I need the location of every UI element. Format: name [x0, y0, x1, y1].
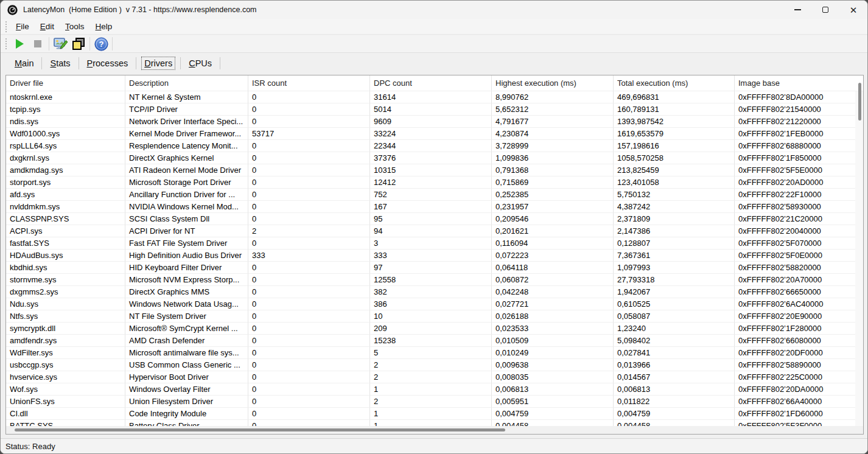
menu-edit[interactable]: Edit [35, 22, 60, 31]
vertical-scrollbar-track[interactable] [855, 91, 863, 426]
cell-isr-count: 0 [248, 408, 370, 420]
table-row[interactable]: WdFilter.sys Microsoft antimalware file … [6, 347, 863, 359]
table-row[interactable]: ACPI.sys ACPI Driver for NT 2 94 0,20162… [6, 225, 863, 237]
column-header-driver-file[interactable]: Driver file [6, 75, 125, 91]
table-row[interactable]: rspLLL64.sys Resplendence Latency Monit.… [6, 140, 863, 152]
cell-isr-count: 0 [248, 286, 370, 298]
cell-driver-file: amdfendr.sys [6, 335, 125, 347]
cell-isr-count: 0 [248, 323, 370, 335]
play-icon [16, 39, 24, 49]
table-row[interactable]: CLASSPNP.SYS SCSI Class System Dll 0 95 … [6, 213, 863, 225]
cell-dpc-count: 333 [370, 250, 492, 262]
cell-isr-count: 0 [248, 262, 370, 274]
cell-description: Union Filesystem Driver [125, 396, 248, 408]
tab-processes[interactable]: Processes [85, 57, 131, 69]
table-row[interactable]: Wof.sys Windows Overlay Filter 0 1 0,006… [6, 383, 863, 396]
cell-description: Microsoft® SymCrypt Kernel ... [125, 323, 248, 335]
tab-main[interactable]: Main [12, 57, 36, 69]
cell-highest-execution: 0,009638 [492, 359, 614, 371]
cell-dpc-count: 5014 [370, 103, 492, 116]
cell-highest-execution: 0,008035 [492, 371, 614, 383]
table-row[interactable]: fastfat.SYS Fast FAT File System Driver … [6, 237, 863, 250]
vertical-scrollbar-thumb[interactable] [858, 83, 861, 120]
cell-driver-file: dxgkrnl.sys [6, 152, 125, 164]
cell-dpc-count: 9609 [370, 116, 492, 128]
cell-driver-file: Ndu.sys [6, 298, 125, 310]
menu-file[interactable]: File [10, 22, 35, 31]
cell-driver-file: storport.sys [6, 176, 125, 189]
start-monitor-button[interactable] [10, 36, 29, 52]
table-row[interactable]: amdkmdag.sys ATI Radeon Kernel Mode Driv… [6, 164, 863, 176]
table-row[interactable]: dxgmms2.sys DirectX Graphics MMS 0 382 0… [6, 286, 863, 298]
column-header-image-base[interactable]: Image base [735, 75, 863, 91]
table-row[interactable]: Ntfs.sys NT File System Driver 0 10 0,02… [6, 310, 863, 323]
window-title: LatencyMon (Home Edition ) v 7.31 - http… [23, 5, 257, 14]
table-row[interactable]: usbccgp.sys USB Common Class Generic ...… [6, 359, 863, 371]
table-row[interactable]: storport.sys Microsoft Storage Port Driv… [6, 176, 863, 189]
cell-image-base: 0xFFFFF802’21C20000 [735, 213, 863, 225]
cell-image-base: 0xFFFFF802’8DA00000 [735, 91, 863, 103]
cell-driver-file: hvservice.sys [6, 371, 125, 383]
column-header-dpc-count[interactable]: DPC count [370, 75, 492, 91]
cell-total-execution: 123,401058 [614, 176, 735, 189]
cell-image-base: 0xFFFFF802’66A40000 [735, 396, 863, 408]
table-row[interactable]: stornvme.sys Microsoft NVM Express Storp… [6, 274, 863, 286]
table-row[interactable]: hvservice.sys Hypervisor Boot Driver 0 2… [6, 371, 863, 383]
cell-driver-file: Wdf01000.sys [6, 128, 125, 140]
toolbar-grip-handle[interactable] [5, 38, 7, 49]
report-button[interactable] [51, 36, 69, 52]
table-row[interactable]: afd.sys Ancillary Function Driver for ..… [6, 189, 863, 201]
close-button[interactable]: ✕ [839, 1, 867, 19]
cell-total-execution: 0,027841 [614, 347, 735, 359]
cell-highest-execution: 0,791368 [492, 164, 614, 176]
tab-drivers[interactable]: Drivers [142, 57, 175, 69]
minimize-button[interactable] [783, 1, 811, 19]
column-header-total-execution[interactable]: Total execution (ms) [614, 75, 735, 91]
table-row[interactable]: ntoskrnl.exe NT Kernel & System 0 31614 … [6, 91, 863, 103]
cell-description: Network Driver Interface Speci... [125, 116, 248, 128]
menubar-grip-handle[interactable] [5, 21, 7, 32]
stop-icon [34, 40, 41, 47]
table-row[interactable]: nvlddmkm.sys NVIDIA Windows Kernel Mod..… [6, 201, 863, 213]
table-row[interactable]: dxgkrnl.sys DirectX Graphics Kernel 0 37… [6, 152, 863, 164]
column-header-description[interactable]: Description [125, 75, 248, 91]
cell-driver-file: dxgmms2.sys [6, 286, 125, 298]
column-header-highest-execution[interactable]: Highest execution (ms) [492, 75, 614, 91]
menu-help[interactable]: Help [90, 22, 118, 31]
table-row[interactable]: UnionFS.sys Union Filesystem Driver 0 2 … [6, 396, 863, 408]
cell-description: Hypervisor Boot Driver [125, 371, 248, 383]
menu-tools[interactable]: Tools [60, 22, 90, 31]
cell-description: Microsoft Storage Port Driver [125, 176, 248, 189]
stop-monitor-button[interactable] [29, 36, 47, 52]
cell-dpc-count: 386 [370, 298, 492, 310]
cell-dpc-count: 1 [370, 383, 492, 396]
table-row[interactable]: tcpip.sys TCP/IP Driver 0 5014 5,652312 … [6, 103, 863, 116]
maximize-button[interactable] [811, 1, 839, 19]
table-row[interactable]: Wdf01000.sys Kernel Mode Driver Framewor… [6, 128, 863, 140]
cell-driver-file: WdFilter.sys [6, 347, 125, 359]
table-row[interactable]: amdfendr.sys AMD Crash Defender 0 15238 … [6, 335, 863, 347]
cell-driver-file: Wof.sys [6, 383, 125, 396]
cell-driver-file: tcpip.sys [6, 103, 125, 116]
tab-separator [220, 57, 220, 69]
tab-cpus[interactable]: CPUs [186, 57, 214, 69]
table-row[interactable]: Ndu.sys Windows Network Data Usag... 0 3… [6, 298, 863, 310]
cell-driver-file: HDAudBus.sys [6, 250, 125, 262]
table-row[interactable]: CI.dll Code Integrity Module 0 1 0,00475… [6, 408, 863, 420]
table-row[interactable]: ndis.sys Network Driver Interface Speci.… [6, 116, 863, 128]
column-header-isr-count[interactable]: ISR count [248, 75, 370, 91]
table-row[interactable]: HDAudBus.sys High Definition Audio Bus D… [6, 250, 863, 262]
cell-description: NT Kernel & System [125, 91, 248, 103]
cell-highest-execution: 0,006813 [492, 383, 614, 396]
cell-dpc-count: 752 [370, 189, 492, 201]
table-row[interactable]: kbdhid.sys HID Keyboard Filter Driver 0 … [6, 262, 863, 274]
cell-image-base: 0xFFFFF802’20040000 [735, 225, 863, 237]
toolbar: ? [1, 35, 867, 53]
copy-button[interactable] [69, 36, 88, 52]
horizontal-scrollbar-track[interactable] [6, 426, 863, 434]
help-button[interactable]: ? [92, 36, 110, 52]
tab-stats[interactable]: Stats [47, 57, 72, 69]
horizontal-scrollbar-thumb[interactable] [15, 428, 505, 431]
table-row[interactable]: symcryptk.dll Microsoft® SymCrypt Kernel… [6, 323, 863, 335]
cell-dpc-count: 22344 [370, 140, 492, 152]
